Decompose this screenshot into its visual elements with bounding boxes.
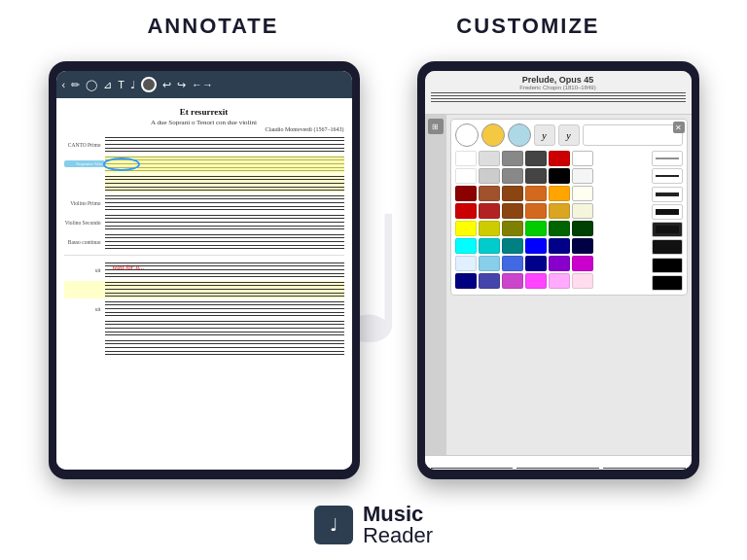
swatch-brown[interactable] — [502, 203, 523, 219]
swatch-light-pink[interactable] — [549, 273, 570, 289]
swatch-88[interactable] — [502, 168, 523, 184]
swatch-darker-green[interactable] — [572, 221, 593, 236]
swatch-violet[interactable] — [502, 273, 523, 289]
swatch-olive[interactable] — [502, 221, 523, 236]
staff-section-upper: CANTO Primo Soprano-Alto — [64, 136, 344, 251]
swatch-gray[interactable] — [502, 151, 523, 166]
swatch-blue[interactable] — [525, 238, 547, 254]
swatch-royal-blue[interactable] — [502, 256, 523, 271]
swatch-dark-green[interactable] — [549, 221, 570, 236]
swatch-black[interactable] — [549, 168, 570, 184]
lower-row-3: sit — [64, 300, 344, 318]
line-style-dark-thick[interactable] — [652, 204, 683, 220]
swatch-dark-cyan[interactable] — [479, 238, 500, 254]
swatch-dark-gray[interactable] — [525, 151, 547, 166]
swatch-w2[interactable] — [455, 168, 477, 184]
pencil-icon[interactable]: ✏ — [71, 79, 80, 91]
customize-sheet-title: Prelude, Opus 45 — [427, 75, 690, 85]
swatch-light-blue[interactable] — [455, 256, 477, 271]
swatch-white[interactable] — [455, 151, 477, 166]
lower-lines-3 — [105, 300, 344, 318]
swatch-fuchsia[interactable] — [525, 273, 547, 289]
staff-row-basso: Basso continuo — [64, 233, 344, 251]
shape-tool-icon[interactable]: ⊿ — [103, 79, 112, 91]
annotate-toolbar: ‹ ✏ ◯ ⊿ T ♩ ↩ ↪ ←→ — [56, 71, 352, 98]
swatch-cc[interactable] — [479, 168, 500, 184]
undo-icon[interactable]: ↩ — [162, 79, 171, 91]
swatch-red2[interactable] — [455, 203, 477, 219]
customize-panel: ✕ y y — [446, 115, 692, 455]
swatch-light-gray[interactable] — [479, 151, 500, 166]
swatch-magenta[interactable] — [572, 256, 593, 271]
swatch-purple[interactable] — [549, 256, 570, 271]
swatch-sky-blue[interactable] — [479, 256, 500, 271]
swatch-off-white[interactable] — [572, 168, 593, 184]
swatch-yellow[interactable] — [455, 221, 477, 236]
swatch-green[interactable] — [525, 221, 547, 236]
swatch-white2[interactable] — [572, 151, 593, 166]
swatch-dark-red[interactable] — [455, 186, 477, 201]
music-tool-icon[interactable]: ♩ — [130, 79, 135, 91]
swatch-chocolate[interactable] — [525, 186, 547, 201]
swatch-red[interactable] — [549, 151, 570, 166]
close-panel-button[interactable]: ✕ — [673, 122, 685, 133]
swatch-goldenrod[interactable] — [549, 203, 570, 219]
swatch-sienna[interactable] — [479, 186, 500, 201]
brush-style-btn-2[interactable]: y — [558, 124, 580, 146]
wait-annotation: wait for it... — [113, 263, 145, 271]
staff-lines-3 — [105, 175, 344, 192]
nav-arrows-icon[interactable]: ←→ — [192, 79, 213, 90]
swatch-firebrick[interactable] — [479, 203, 500, 219]
swatch-44[interactable] — [525, 168, 547, 184]
swatch-navy2[interactable] — [455, 273, 477, 289]
swatch-orange[interactable] — [549, 186, 570, 201]
swatch-dark-blue2[interactable] — [525, 256, 547, 271]
staff-row-soprano: Soprano-Alto — [64, 156, 344, 173]
line-style-medium[interactable] — [652, 168, 683, 184]
staff-lines-6 — [105, 233, 344, 251]
swatch-dark-blue[interactable] — [549, 238, 570, 254]
color-circle-white[interactable] — [455, 123, 479, 147]
staff-lines-1 — [105, 136, 344, 154]
staff-lines-5 — [105, 214, 344, 231]
line-style-darkest[interactable] — [652, 239, 683, 255]
customize-screen: Prelude, Opus 45 Frederic Chopin (1810–1… — [425, 71, 692, 470]
oval-tool-icon[interactable]: ◯ — [86, 79, 97, 91]
footer: ♩ Music Reader — [314, 494, 433, 560]
color-picker[interactable] — [141, 77, 157, 92]
swatch-d2[interactable] — [525, 203, 547, 219]
customize-sheet-header: Prelude, Opus 45 Frederic Chopin (1810–1… — [425, 71, 692, 115]
lower-label-3: sit — [64, 306, 105, 312]
swatch-dark-yellow[interactable] — [479, 221, 500, 236]
color-row-8 — [455, 273, 649, 289]
staff-row-3 — [64, 175, 344, 192]
swatch-navy[interactable] — [572, 238, 593, 254]
line-style-black-thick[interactable] — [652, 222, 683, 237]
swatch-medium-blue[interactable] — [479, 273, 500, 289]
header: ANNOTATE CUSTOMIZE — [0, 0, 747, 47]
brush-style-btn-1[interactable]: y — [534, 124, 555, 146]
swatch-ivory[interactable] — [572, 186, 593, 201]
line-style-solid-darkest[interactable] — [652, 275, 683, 291]
text-tool-icon[interactable]: T — [118, 79, 124, 90]
swatch-pale-pink[interactable] — [572, 273, 593, 289]
color-row-6 — [455, 238, 649, 254]
staff-row-violin1: Violino Primo — [64, 194, 344, 212]
color-circle-yellow[interactable] — [481, 123, 505, 147]
line-style-solid-dark[interactable] — [652, 258, 683, 273]
line-style-thin[interactable] — [652, 151, 683, 166]
line-style-preview-box[interactable] — [583, 124, 683, 146]
customize-preview: Public Domain ? — [425, 455, 692, 470]
color-row-7 — [455, 256, 649, 271]
swatch-beige[interactable] — [572, 203, 593, 219]
lower-label-sit: sit — [64, 267, 105, 273]
redo-icon[interactable]: ↪ — [177, 79, 186, 91]
back-icon[interactable]: ‹ — [62, 79, 66, 90]
line-style-thick[interactable] — [652, 187, 683, 202]
swatch-saddle[interactable] — [502, 186, 523, 201]
swatch-cyan[interactable] — [455, 238, 477, 254]
color-row-4 — [455, 203, 649, 219]
grid-icon[interactable]: ⊞ — [428, 119, 444, 134]
swatch-teal[interactable] — [502, 238, 523, 254]
color-circle-blue[interactable] — [508, 123, 531, 147]
